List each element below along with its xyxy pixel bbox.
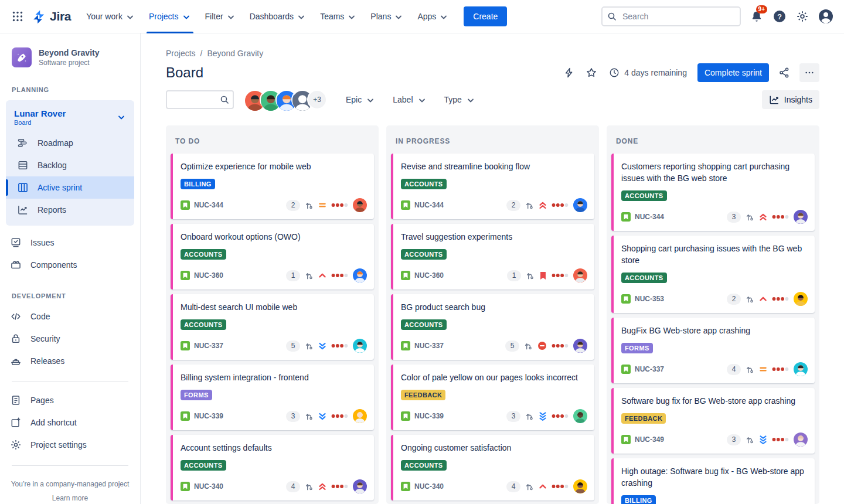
board-card[interactable]: Optimize experience for mobile webBILLIN…	[171, 154, 374, 219]
sidebar-item-active-sprint[interactable]: Active sprint	[6, 176, 134, 199]
assignee-avatar[interactable]	[353, 409, 367, 423]
story-points-badge: 1	[286, 270, 300, 281]
sidebar-item-components[interactable]: Components	[0, 254, 140, 276]
reports-icon	[16, 204, 29, 216]
epic-badge[interactable]: ACCOUNTS	[621, 273, 667, 283]
filter-label[interactable]: Label	[387, 91, 432, 108]
epic-badge[interactable]: FEEDBACK	[621, 413, 666, 424]
epic-badge[interactable]: ACCOUNTS	[401, 460, 447, 471]
sidebar-item-pages[interactable]: Pages	[0, 389, 140, 411]
board-card[interactable]: Multi-dest search UI mobile webACCOUNTSN…	[171, 294, 374, 360]
board-switcher[interactable]: Lunar Rover Board	[6, 106, 134, 132]
create-button[interactable]: Create	[464, 6, 507, 26]
assignee-avatar[interactable]	[794, 210, 808, 224]
board-card[interactable]: Ongoing customer satisfactionACCOUNTSNUC…	[391, 435, 594, 500]
assignee-avatar[interactable]	[573, 479, 587, 493]
nav-item-teams[interactable]: Teams	[313, 0, 363, 33]
board-card[interactable]: BG product search bugACCOUNTSNUC-3375	[391, 294, 594, 360]
global-search-input[interactable]	[601, 6, 741, 26]
board-card[interactable]: High outage: Software bug fix - BG Web-s…	[611, 458, 815, 504]
more-options-button[interactable]	[799, 63, 819, 82]
board-card[interactable]: Shopping cart purchasing issues with the…	[611, 236, 815, 313]
epic-badge[interactable]: FORMS	[621, 343, 653, 353]
board-card[interactable]: BugFix BG Web-store app crashingFORMSNUC…	[611, 318, 815, 383]
board-card[interactable]: Billing system integration - frontendFOR…	[171, 365, 374, 430]
board-switcher-group: Lunar Rover Board RoadmapBacklogActive s…	[6, 100, 134, 226]
user-avatar[interactable]	[818, 9, 833, 24]
star-button[interactable]	[584, 66, 598, 80]
board-card[interactable]: Software bug fix for BG Web-store app cr…	[611, 388, 815, 454]
board-card[interactable]: Travel suggestion experimentsACCOUNTSNUC…	[391, 224, 594, 290]
epic-badge[interactable]: ACCOUNTS	[401, 179, 447, 189]
column-header: IN PROGRESS	[386, 125, 599, 152]
complete-sprint-button[interactable]: Complete sprint	[697, 63, 769, 82]
sidebar-item-issues[interactable]: Issues	[0, 231, 140, 254]
assignee-avatar[interactable]	[573, 198, 587, 212]
notifications-button[interactable]: 9+	[750, 10, 763, 23]
sidebar-item-label: Reports	[38, 205, 66, 214]
assignee-avatar[interactable]	[353, 198, 367, 212]
epic-badge[interactable]: ACCOUNTS	[401, 319, 447, 330]
nav-item-filter[interactable]: Filter	[198, 0, 243, 33]
board-card[interactable]: Color of pale yellow on our pages looks …	[391, 365, 594, 430]
assignee-avatar[interactable]	[353, 268, 367, 282]
jira-logo[interactable]: Jira	[32, 9, 71, 24]
sidebar-item-code[interactable]: Code	[0, 305, 140, 328]
priority-highest-icon	[759, 213, 767, 222]
board-toolbar: +3 EpicLabelType Insights	[166, 90, 819, 110]
board-card[interactable]: Account settings defaultsACCOUNTSNUC-340…	[171, 435, 374, 500]
nav-item-apps[interactable]: Apps	[410, 0, 455, 33]
issue-type-story-icon	[621, 212, 631, 222]
epic-badge[interactable]: ACCOUNTS	[181, 319, 226, 330]
epic-badge[interactable]: ACCOUNTS	[401, 249, 447, 260]
avatar-overflow-count[interactable]: +3	[307, 90, 327, 110]
epic-badge[interactable]: FEEDBACK	[401, 390, 445, 400]
breadcrumb-projects[interactable]: Projects	[166, 49, 196, 58]
filter-type[interactable]: Type	[438, 91, 481, 108]
nav-item-dashboards[interactable]: Dashboards	[243, 0, 314, 33]
epic-badge[interactable]: ACCOUNTS	[181, 249, 226, 260]
app-switcher-icon[interactable]	[8, 7, 27, 26]
assignee-avatar[interactable]	[794, 292, 808, 306]
activity-dots	[331, 343, 348, 348]
issue-key-text: NUC-340	[194, 482, 223, 491]
epic-badge[interactable]: ACCOUNTS	[181, 460, 226, 471]
sidebar-item-backlog[interactable]: Backlog	[6, 154, 134, 176]
sidebar-item-project-settings[interactable]: Project settings	[0, 434, 140, 456]
epic-badge[interactable]: BILLING	[181, 179, 215, 189]
nav-item-your-work[interactable]: Your work	[79, 0, 142, 33]
share-button[interactable]	[777, 66, 791, 80]
epic-badge[interactable]: FORMS	[181, 390, 212, 400]
automation-lightning-button[interactable]	[562, 66, 576, 80]
nav-item-plans[interactable]: Plans	[363, 0, 410, 33]
board-card[interactable]: Revise and streamline booking flowACCOUN…	[391, 154, 594, 219]
assignee-avatar[interactable]	[573, 409, 587, 423]
settings-gear-icon[interactable]	[796, 10, 809, 23]
assignee-avatar[interactable]	[573, 268, 587, 282]
breadcrumb-current[interactable]: Beyond Gravity	[207, 49, 263, 58]
learn-more-link[interactable]: Learn more	[11, 494, 130, 502]
issue-key-text: NUC-344	[194, 201, 223, 209]
card-meta: 1	[507, 268, 587, 282]
epic-badge[interactable]: BILLING	[621, 495, 656, 504]
assignee-avatar[interactable]	[794, 362, 808, 376]
assignee-avatar[interactable]	[573, 339, 587, 353]
filter-epic[interactable]: Epic	[340, 91, 381, 108]
sidebar-item-roadmap[interactable]: Roadmap	[6, 132, 134, 154]
card-title: BugFix BG Web-store app crashing	[621, 325, 808, 336]
assignee-avatar[interactable]	[794, 433, 808, 447]
assignee-avatar[interactable]	[353, 339, 367, 353]
help-button[interactable]: ?	[772, 9, 787, 23]
sidebar-item-add-shortcut[interactable]: Add shortcut	[0, 411, 140, 434]
sidebar-item-releases[interactable]: Releases	[0, 350, 140, 372]
story-points-badge: 1	[507, 270, 521, 281]
sidebar-item-security[interactable]: Security	[0, 328, 140, 350]
nav-item-projects[interactable]: Projects	[142, 0, 198, 33]
sidebar-item-reports[interactable]: Reports	[6, 199, 134, 221]
insights-button[interactable]: Insights	[762, 90, 819, 109]
card-title: Billing system integration - frontend	[181, 372, 367, 383]
epic-badge[interactable]: ACCOUNTS	[621, 190, 667, 201]
assignee-avatar[interactable]	[353, 479, 367, 493]
board-card[interactable]: Onboard workout options (OWO)ACCOUNTSNUC…	[171, 224, 374, 290]
board-card[interactable]: Customers reporting shopping cart purcha…	[611, 154, 815, 231]
